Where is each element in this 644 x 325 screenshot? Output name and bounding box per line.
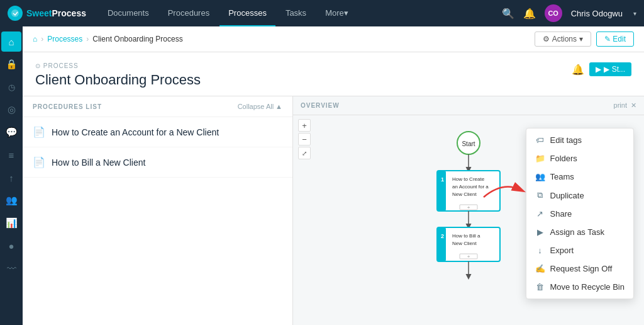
list-icon: ≡ — [9, 150, 14, 161]
dropdown-menu: 🏷 Edit tags 📁 Folders 👥 Teams ⧉ Duplicat… — [526, 128, 635, 299]
procedures-title: PROCEDURES LIST — [33, 103, 102, 110]
svg-text:Start: Start — [462, 140, 475, 147]
edit-button[interactable]: ✎ Edit — [596, 31, 634, 47]
assign-icon: ▶ — [535, 227, 545, 237]
svg-text:2: 2 — [441, 233, 444, 239]
sidebar-item-chart[interactable]: 📊 — [1, 213, 21, 233]
svg-text:New Client: New Client — [452, 241, 477, 246]
folder-icon: 📁 — [535, 154, 545, 163]
username[interactable]: Chris Odogwu — [571, 9, 623, 18]
svg-text:+: + — [467, 205, 470, 210]
sidebar-item-dot[interactable]: ● — [1, 236, 21, 256]
dropdown-item-export[interactable]: ↓ Export — [526, 241, 634, 259]
overview-controls: print ✕ — [614, 101, 636, 110]
content-area: PROCEDURES LIST Collapse All ▲ 📄 How to … — [23, 96, 644, 325]
wave-icon: 〰 — [7, 263, 16, 274]
flowchart-svg: Start 1 How to Create an Account for a N… — [418, 128, 519, 304]
tag-icon: 🏷 — [535, 135, 545, 145]
dropdown-item-recycle[interactable]: 🗑 Move to Recycle Bin — [526, 278, 634, 296]
page-label: ⊙ PROCESS — [35, 62, 201, 69]
lock-icon: 🔒 — [6, 59, 18, 70]
breadcrumb-sep2: › — [86, 35, 89, 43]
red-arrow-indicator — [477, 178, 528, 205]
more-caret-icon: ▾ — [344, 8, 348, 18]
zoom-out-button[interactable]: − — [298, 133, 311, 145]
actions-caret-icon: ▾ — [579, 35, 583, 43]
nav-procedures[interactable]: Procedures — [159, 0, 218, 26]
document-icon-1: 📄 — [33, 126, 45, 138]
start-button[interactable]: ▶ ▶ St... — [589, 62, 631, 76]
overview-title: OVERVIEW — [301, 102, 340, 109]
actions-button[interactable]: ⚙ Actions ▾ — [535, 31, 591, 47]
dropdown-item-duplicate[interactable]: ⧉ Duplicate — [526, 186, 634, 205]
procedure-item-1[interactable]: 📄 How to Create an Account for a New Cli… — [23, 117, 292, 147]
collapse-all-button[interactable]: Collapse All ▲ — [238, 103, 282, 110]
breadcrumb-current: Client Onboarding Process — [92, 35, 182, 43]
chart-icon: 📊 — [6, 217, 18, 229]
procedure-name-2: How to Bill a New Client — [52, 157, 145, 168]
dropdown-item-share[interactable]: ↗ Share — [526, 205, 634, 223]
overview-header: OVERVIEW print ✕ — [293, 96, 644, 115]
actions-icon: ⚙ — [543, 35, 550, 43]
sidebar-item-list[interactable]: ≡ — [1, 145, 21, 165]
dropdown-item-teams[interactable]: 👥 Teams — [526, 168, 634, 186]
share-icon: ↗ — [535, 209, 545, 219]
page-title: Client Onboarding Process — [35, 72, 201, 88]
nav-tasks[interactable]: Tasks — [277, 0, 315, 26]
circle-icon: ◎ — [8, 104, 16, 115]
chat-icon: 💬 — [6, 127, 18, 138]
breadcrumb-processes-link[interactable]: Processes — [47, 35, 82, 43]
procedure-name-1: How to Create an Account for a New Clien… — [52, 127, 219, 137]
close-overview-button[interactable]: ✕ — [631, 101, 636, 110]
users-icon: 👥 — [6, 195, 18, 206]
document-icon-2: 📄 — [33, 156, 45, 168]
top-navigation: SweetProcess Documents Procedures Proces… — [0, 0, 644, 26]
procedure-item-2[interactable]: 📄 How to Bill a New Client — [23, 147, 292, 178]
overview-panel: OVERVIEW print ✕ + − ⤢ — [293, 96, 644, 325]
sidebar-item-lock[interactable]: 🔒 — [1, 54, 21, 74]
upload-icon: ↑ — [9, 173, 14, 183]
export-icon: ↓ — [535, 246, 545, 255]
user-caret-icon: ▾ — [633, 10, 636, 17]
zoom-in-button[interactable]: + — [298, 119, 311, 132]
main-content: ⌂ › Processes › Client Onboarding Proces… — [23, 26, 644, 325]
sidebar-item-circle[interactable]: ◎ — [1, 100, 21, 120]
sidebar-item-wave[interactable]: 〰 — [1, 258, 21, 278]
sidebar-item-upload[interactable]: ↑ — [1, 168, 21, 188]
dropdown-item-assign-task[interactable]: ▶ Assign as Task — [526, 223, 634, 241]
breadcrumb-actions: ⚙ Actions ▾ ✎ Edit — [535, 31, 634, 47]
sidebar-item-home[interactable]: ⌂ — [1, 31, 21, 52]
nav-more[interactable]: More ▾ — [316, 0, 357, 26]
dropdown-item-folders[interactable]: 📁 Folders — [526, 149, 634, 168]
duplicate-icon: ⧉ — [535, 190, 545, 200]
search-icon[interactable]: 🔍 — [502, 8, 514, 20]
svg-text:How to Bill a: How to Bill a — [452, 233, 480, 239]
sidebar-item-users[interactable]: 👥 — [1, 190, 21, 210]
home-breadcrumb-icon: ⌂ — [33, 35, 37, 43]
dot-icon: ● — [8, 241, 14, 251]
logo[interactable]: SweetProcess — [8, 6, 86, 21]
procedures-panel: PROCEDURES LIST Collapse All ▲ 📄 How to … — [23, 96, 293, 325]
teams-icon: 👥 — [535, 172, 545, 181]
procedures-header: PROCEDURES LIST Collapse All ▲ — [23, 96, 292, 117]
dropdown-item-sign-off[interactable]: ✍ Request Sign Off — [526, 259, 634, 278]
sidebar-item-clock[interactable]: ◷ — [1, 77, 21, 97]
bell-icon[interactable]: 🔔 — [523, 8, 536, 20]
logo-text: SweetProcess — [26, 8, 86, 18]
home-icon: ⌂ — [8, 37, 14, 47]
dropdown-item-edit-tags[interactable]: 🏷 Edit tags — [526, 131, 634, 149]
sidebar-item-chat[interactable]: 💬 — [1, 122, 21, 142]
print-button[interactable]: print — [614, 101, 627, 110]
logo-icon — [8, 6, 23, 21]
nav-documents[interactable]: Documents — [99, 0, 158, 26]
svg-text:1: 1 — [441, 176, 444, 183]
expand-button[interactable]: ⤢ — [298, 147, 311, 159]
avatar: CO — [545, 4, 562, 22]
topnav-right: 🔍 🔔 CO Chris Odogwu ▾ — [502, 4, 636, 22]
recycle-icon: 🗑 — [535, 282, 545, 292]
bell-button[interactable]: 🔔 — [572, 64, 584, 76]
nav-links: Documents Procedures Processes Tasks Mor… — [99, 0, 502, 26]
breadcrumb-home-link[interactable]: ⌂ — [33, 35, 37, 43]
nav-processes[interactable]: Processes — [219, 0, 275, 26]
clock-icon: ◷ — [8, 83, 15, 92]
